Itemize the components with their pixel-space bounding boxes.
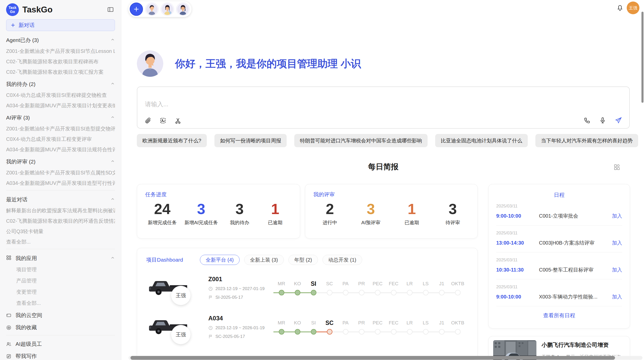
milestone-oktb: OKTB bbox=[450, 280, 466, 296]
add-agent-button[interactable] bbox=[130, 3, 143, 16]
list-item[interactable]: A034-全新新能源MUV产品开发项目造型可行性评审 bbox=[6, 180, 115, 186]
view-all-schedule-link[interactable]: 查看所有日程 bbox=[496, 312, 622, 319]
suggestion-chip[interactable]: 特朗普可能对进口汽车增税会对中国车企造成哪些影响 bbox=[294, 134, 428, 147]
chevron-up-icon[interactable] bbox=[110, 81, 115, 87]
chevron-up-icon[interactable] bbox=[110, 159, 115, 165]
attachment-icon[interactable] bbox=[144, 117, 151, 124]
list-item[interactable]: 公司Q3轻卡销量 bbox=[6, 228, 115, 234]
clock-icon bbox=[208, 287, 213, 291]
sidebar-item-my-apps[interactable]: 我的应用 bbox=[6, 255, 115, 262]
logo-row: Task Go TaskGo bbox=[6, 3, 115, 16]
project-row-z001[interactable]: 王强 Z001 2023-12-19 ~ 2027-01-19 SI-2025-… bbox=[146, 272, 468, 304]
stat-new-completed: 24新增完成任务 bbox=[148, 199, 177, 226]
schedule-item: 2025/03/11 9:00-10:00 C001-立项审批会 加入 bbox=[496, 199, 622, 226]
tab-new-body[interactable]: 全新上装 (3) bbox=[244, 255, 284, 265]
microphone-icon[interactable] bbox=[599, 117, 606, 124]
plus-icon bbox=[133, 6, 140, 12]
sidebar-item-ai-staff[interactable]: AI超级员工 bbox=[6, 340, 115, 348]
list-item[interactable]: Z001-全新燃油轻卡产品开发项目SI节点属性5D文件评审 bbox=[6, 170, 115, 176]
agent-avatar-3[interactable] bbox=[176, 3, 189, 16]
project-milestone-date: SC-2025-05-17 bbox=[215, 334, 245, 339]
section-agent-done[interactable]: Agent已办 (3) bbox=[6, 37, 115, 44]
image-icon[interactable] bbox=[159, 117, 166, 124]
layout-grid-icon[interactable] bbox=[613, 164, 620, 171]
dashboard-tabs: 全新平台 (4) 全新上装 (3) 年型 (2) 动总开发 (1) bbox=[200, 255, 362, 265]
vertical-scrollbar[interactable] bbox=[641, 12, 643, 103]
milestone-ko: KO bbox=[289, 319, 305, 335]
list-item[interactable]: Z001-全新燃油皮卡产品开发项目SI节点Lesson Learn报告 bbox=[6, 48, 115, 54]
schedule-time: 13:00-14:30 bbox=[496, 240, 539, 246]
project-row-a034[interactable]: 王强 A034 2023-12-19 ~ 2026-01-19 SC-2025-… bbox=[146, 311, 468, 343]
join-link[interactable]: 加入 bbox=[612, 266, 622, 273]
tab-new-platform[interactable]: 全新平台 (4) bbox=[200, 255, 240, 265]
horizontal-scrollbar[interactable] bbox=[130, 356, 615, 360]
list-item[interactable]: C0X4-动力总成开发项目工程变更评审 bbox=[6, 136, 115, 142]
view-all-chats[interactable]: 查看全部... bbox=[6, 239, 115, 245]
logo-text-bottom: Go bbox=[10, 10, 15, 14]
chat-composer[interactable]: 请输入... bbox=[137, 86, 630, 129]
join-link[interactable]: 加入 bbox=[612, 293, 622, 300]
chevron-up-icon[interactable] bbox=[110, 256, 115, 261]
sidebar-item-help-write[interactable]: 帮我写作 bbox=[6, 353, 115, 360]
send-icon[interactable] bbox=[615, 117, 622, 124]
tab-powertrain[interactable]: 动总开发 (1) bbox=[323, 255, 362, 265]
milestone-pa: PA bbox=[338, 280, 354, 296]
stat-my-todo: 3我的待办 bbox=[226, 199, 254, 226]
sidebar: Task Go TaskGo 新对话 Agent已办 (3) Z001-全新燃油… bbox=[0, 0, 121, 360]
list-item[interactable]: Z001-全新燃油轻卡产品开发项目SI造型提交物评审 bbox=[6, 126, 115, 132]
sidebar-item-cloud-space[interactable]: 我的云空间 bbox=[6, 312, 115, 319]
milestone-ls: LS bbox=[418, 319, 434, 335]
chevron-up-icon[interactable] bbox=[110, 197, 115, 203]
schedule-event-title: C005-整车工程目标评审 bbox=[539, 266, 612, 273]
list-item[interactable]: A034-全新新能源MUV产品开发项目计划变更表编写 bbox=[6, 102, 115, 109]
stat-in-progress: 2进行中 bbox=[316, 199, 344, 226]
list-item[interactable]: C0X4-动力总成开发项目SI里程碑提交物检查 bbox=[6, 92, 115, 98]
project-owner-badge: 王强 bbox=[171, 325, 191, 344]
flag-icon bbox=[208, 334, 213, 339]
sidebar-item-project-mgmt[interactable]: 项目管理 bbox=[16, 266, 115, 273]
user-avatar-name: 王强 bbox=[629, 5, 637, 11]
schedule-event-title: C003|H0B-方案冻结评审 bbox=[539, 239, 612, 246]
sidebar-collapse-icon[interactable] bbox=[107, 6, 114, 14]
logo-text-top: Task bbox=[9, 6, 17, 10]
join-link[interactable]: 加入 bbox=[612, 213, 622, 219]
suggestion-chip[interactable]: 如何写一份清晰的项目周报 bbox=[214, 134, 287, 147]
project-vehicle-image: 王强 bbox=[146, 315, 190, 339]
new-chat-button[interactable]: 新对话 bbox=[6, 19, 115, 31]
scissors-icon[interactable] bbox=[174, 117, 181, 124]
suggestion-chip[interactable]: 当下年轻人对汽车外观有怎样的喜好趋势 bbox=[535, 134, 638, 147]
tab-year-model[interactable]: 年型 (2) bbox=[288, 255, 318, 265]
section-recent-chats[interactable]: 最近对话 bbox=[6, 196, 115, 203]
sidebar-item-change-mgmt[interactable]: 变更管理 bbox=[16, 289, 115, 295]
chevron-up-icon[interactable] bbox=[110, 115, 115, 121]
milestone-j1: J1 bbox=[434, 319, 450, 335]
list-item[interactable]: C02-飞腾新能源轻客改款项目的闭环通告反馈情况 bbox=[6, 218, 115, 224]
user-avatar[interactable]: 王强 bbox=[627, 2, 639, 14]
app-title: TaskGo bbox=[22, 5, 53, 14]
agent-avatar-2[interactable] bbox=[161, 3, 174, 16]
join-link[interactable]: 加入 bbox=[612, 239, 622, 246]
milestone-oktb: OKTB bbox=[450, 319, 466, 335]
section-my-review[interactable]: 我的评审 (2) bbox=[6, 158, 115, 165]
news-title: 小鹏飞行汽车制造公司增资 bbox=[541, 341, 625, 349]
schedule-title: 日程 bbox=[496, 191, 622, 199]
view-all-apps[interactable]: 查看全部... bbox=[16, 300, 115, 307]
list-item[interactable]: 解释最新出台的欧盟报废车法规再生塑料比例被调至15%... bbox=[6, 207, 115, 214]
section-my-todo[interactable]: 我的待办 (2) bbox=[6, 81, 115, 88]
list-item[interactable]: C02-飞腾新能源轻客改款项目立项汇报方案 bbox=[6, 69, 115, 75]
list-item[interactable]: A034-全新新能源MUV产品开发项目法规符合性评审 bbox=[6, 146, 115, 153]
notification-bell-icon[interactable] bbox=[617, 5, 623, 12]
chevron-up-icon[interactable] bbox=[110, 37, 115, 43]
suggestion-chip[interactable]: 欧洲新规最近颁布了什么? bbox=[137, 134, 207, 147]
sidebar-item-product-mgmt[interactable]: 产品管理 bbox=[16, 277, 115, 284]
section-ai-review[interactable]: AI评审 (3) bbox=[6, 114, 115, 121]
schedule-date: 2025/03/11 bbox=[496, 284, 622, 290]
project-dashboard-card: 项目Dashboard 全新平台 (4) 全新上装 (3) 年型 (2) 动总开… bbox=[137, 248, 478, 360]
phone-call-icon[interactable] bbox=[584, 117, 591, 124]
list-item[interactable]: C02-飞腾新能源轻客改款项目里程碑画布 bbox=[6, 58, 115, 65]
milestone-mr: MR bbox=[273, 319, 289, 335]
suggestion-chip[interactable]: 比亚迪全固态电池计划具体说了什么 bbox=[435, 134, 528, 147]
project-milestone-date: SI-2025-05-17 bbox=[215, 295, 243, 300]
agent-avatar-1[interactable] bbox=[145, 3, 158, 16]
sidebar-item-favorites[interactable]: 我的收藏 bbox=[6, 324, 115, 331]
